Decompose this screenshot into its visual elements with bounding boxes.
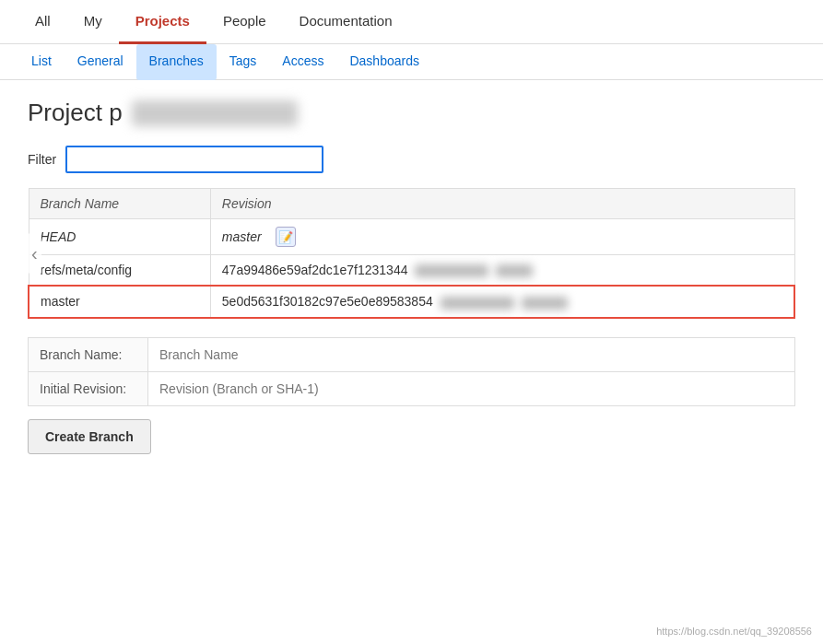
table-header-row: Branch Name Revision — [29, 189, 794, 219]
top-nav-item-my[interactable]: My — [67, 0, 119, 44]
cell-branch-name: HEAD — [29, 219, 210, 255]
sub-nav-item-dashboards[interactable]: Dashboards — [336, 44, 432, 80]
branches-table: Branch Name Revision HEAD master 📝 refs/ — [28, 188, 795, 319]
sub-nav-item-tags[interactable]: Tags — [217, 44, 270, 80]
col-revision: Revision — [210, 189, 794, 219]
cell-branch-name: refs/meta/config — [29, 255, 210, 287]
top-nav-item-projects[interactable]: Projects — [119, 0, 206, 44]
branch-name-label: Branch Name: — [29, 338, 148, 371]
initial-revision-input[interactable] — [148, 372, 794, 405]
initial-revision-label: Initial Revision: — [29, 372, 148, 405]
project-title-blurred — [132, 100, 298, 126]
initial-revision-row: Initial Revision: — [29, 372, 794, 405]
create-form: Branch Name: Initial Revision: — [28, 337, 795, 406]
revision-blurred-2 — [496, 264, 533, 277]
top-nav: All My Projects People Documentation — [0, 0, 823, 44]
cell-revision: master 📝 — [210, 219, 794, 255]
sub-nav-item-branches[interactable]: Branches — [136, 44, 217, 80]
table-row: refs/meta/config 47a99486e59af2dc1e7f123… — [29, 255, 794, 287]
project-title: Project p — [28, 99, 795, 127]
col-branch-name: Branch Name — [29, 189, 210, 219]
sub-nav-item-general[interactable]: General — [65, 44, 136, 80]
revision-blurred — [415, 264, 488, 277]
top-nav-item-documentation[interactable]: Documentation — [283, 0, 409, 44]
branch-name-input[interactable] — [148, 338, 794, 371]
project-title-text: Project p — [28, 99, 123, 127]
edit-icon[interactable]: 📝 — [276, 227, 296, 247]
filter-label: Filter — [28, 152, 56, 167]
sub-nav-item-list[interactable]: List — [18, 44, 65, 80]
filter-input[interactable] — [65, 146, 323, 173]
revision-blurred-master-2 — [522, 297, 568, 310]
cell-revision: 47a99486e59af2dc1e7f1231344 — [210, 255, 794, 287]
top-nav-item-all[interactable]: All — [18, 0, 67, 44]
table-row: HEAD master 📝 — [29, 219, 794, 255]
table-row-master: master 5e0d5631f30182c97e5e0e89583854 — [29, 286, 794, 317]
top-nav-item-people[interactable]: People — [206, 0, 283, 44]
table-wrap: ‹ Branch Name Revision HEAD master 📝 — [28, 188, 795, 319]
page-content: Project p Filter ‹ Branch Name Revision … — [0, 80, 823, 473]
cell-revision-master: 5e0d5631f30182c97e5e0e89583854 — [210, 286, 794, 317]
sub-nav: List General Branches Tags Access Dashbo… — [0, 44, 823, 80]
revision-blurred-master — [441, 297, 514, 310]
create-branch-button[interactable]: Create Branch — [28, 419, 151, 454]
filter-row: Filter — [28, 146, 795, 173]
left-arrow-icon[interactable]: ‹ — [28, 233, 41, 273]
cell-branch-name-master: master — [29, 286, 210, 317]
sub-nav-item-access[interactable]: Access — [269, 44, 336, 80]
branch-name-row: Branch Name: — [29, 338, 794, 372]
